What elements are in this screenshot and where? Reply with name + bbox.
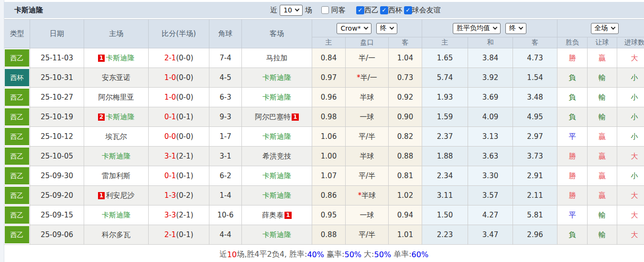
league-checkbox-1[interactable] bbox=[380, 6, 388, 14]
match-score: 2-1(0-0) bbox=[149, 48, 209, 68]
summary-segment-9: 60% bbox=[412, 250, 429, 259]
team-name: 阿尔梅里亚 bbox=[98, 93, 134, 102]
fulltime-score: 2-1 bbox=[164, 230, 176, 239]
match-history-panel: 卡斯迪隆 近 10 场 同客 西乙西杯球会友谊 类型 日期 bbox=[0, 0, 644, 262]
avg-away: 3.73 bbox=[513, 147, 557, 166]
match-type-cell: 西乙 bbox=[4, 127, 30, 147]
halftime-score: (2-1) bbox=[176, 152, 193, 160]
match-type-cell: 西乙 bbox=[4, 166, 30, 186]
team-name: 卡斯迪隆 bbox=[262, 171, 291, 180]
league-label-2: 球会友谊 bbox=[412, 6, 441, 15]
team-name: 阿尔巴塞特 bbox=[255, 113, 291, 121]
fulltime-score: 3-1 bbox=[164, 152, 176, 160]
avg-draw: 3.57 bbox=[468, 186, 513, 205]
handicap-text: 平/半 bbox=[359, 171, 375, 180]
odds-company-select[interactable]: Crow* bbox=[337, 23, 371, 34]
halftime-score: (0-1) bbox=[176, 230, 193, 239]
league-checkbox-2[interactable] bbox=[404, 6, 412, 14]
match-type-badge: 西乙 bbox=[5, 128, 30, 145]
match-type-cell: 西乙 bbox=[4, 186, 30, 205]
result-handicap: 輸 bbox=[588, 68, 617, 88]
team-name: 埃瓦尔 bbox=[106, 132, 127, 141]
avg-period-select[interactable]: 终 bbox=[505, 23, 526, 34]
result-handicap: 贏 bbox=[588, 186, 617, 205]
avg-type-select[interactable]: 胜平负均值 bbox=[453, 23, 501, 34]
team-name: 安东亚诺 bbox=[102, 73, 131, 82]
match-type-cell: 西乙 bbox=[4, 88, 30, 107]
same-opponent-checkbox[interactable] bbox=[321, 6, 329, 14]
odds-away: 0.82 bbox=[389, 127, 422, 147]
away-team-cell: 阿尔巴塞特1 bbox=[242, 107, 312, 127]
match-score: 3-1(2-1) bbox=[149, 147, 209, 166]
halftime-score: (0-0) bbox=[176, 132, 193, 141]
corner-count: 3-1 bbox=[209, 147, 242, 166]
home-team-cell: 卡斯迪隆 bbox=[84, 147, 149, 166]
home-team-cell: 1卡斯迪隆 bbox=[84, 48, 149, 68]
handicap-text: 半球 bbox=[361, 191, 376, 200]
recent-count-value: 10 bbox=[284, 6, 292, 14]
avg-away: 2.91 bbox=[513, 166, 557, 186]
handicap-line: 半球 bbox=[346, 147, 389, 166]
avg-away: 2.97 bbox=[513, 127, 557, 147]
match-type-badge: 西杯 bbox=[5, 69, 30, 86]
halftime-score: (2-1) bbox=[176, 211, 193, 219]
summary-segment-5: 50% bbox=[344, 250, 361, 259]
chevron-down-icon bbox=[493, 25, 498, 30]
result-wdl: 平 bbox=[557, 127, 588, 147]
col-header-corners: 角球 bbox=[209, 20, 242, 48]
odds-away: 0.94 bbox=[389, 205, 422, 225]
avg-home: 1.59 bbox=[422, 107, 468, 127]
result-handicap: 贏 bbox=[588, 48, 617, 68]
odds-away: 0.73 bbox=[389, 68, 422, 88]
rank-badge: 1 bbox=[98, 192, 105, 199]
handicap-text: 半/一 bbox=[359, 54, 375, 62]
halftime-score: (0-2) bbox=[176, 191, 193, 200]
rank-badge: 2 bbox=[98, 114, 105, 121]
odds-company-value: Crow* bbox=[340, 24, 360, 32]
team-name: 卡斯迪隆 bbox=[262, 191, 291, 200]
match-type-cell: 西乙 bbox=[4, 205, 30, 225]
match-type-badge: 西乙 bbox=[5, 49, 30, 67]
avg-away: 2.96 bbox=[513, 225, 557, 245]
summary-segment-8: 单率: bbox=[391, 250, 411, 260]
team-name: 利安尼沙 bbox=[106, 191, 134, 200]
scope-select[interactable]: 全场 bbox=[591, 23, 619, 34]
match-score: 3-3(2-1) bbox=[149, 205, 209, 225]
col-header-home: 主场 bbox=[84, 20, 149, 48]
corner-count: 6-2 bbox=[209, 166, 242, 186]
sub-header-result-wdl: 胜负 bbox=[557, 37, 588, 48]
avg-home: 2.23 bbox=[422, 225, 468, 245]
handicap-text: 平/半 bbox=[359, 230, 375, 239]
team-name: 卡斯迪隆 bbox=[262, 230, 291, 239]
recent-count-select[interactable]: 10 bbox=[280, 5, 303, 16]
summary-segment-2: 场,胜4平2负4, 胜率: bbox=[237, 250, 307, 260]
match-date: 25-11-03 bbox=[30, 48, 84, 68]
odds-home: 1.06 bbox=[312, 127, 346, 147]
match-row: 西杯25-10-31安东亚诺1-0(0-0)4-5卡斯迪隆0.97*半/一0.7… bbox=[4, 68, 644, 88]
league-checkbox-0[interactable] bbox=[356, 6, 364, 14]
result-wdl: 勝 bbox=[557, 147, 588, 166]
match-date: 25-10-27 bbox=[30, 88, 84, 107]
match-type-badge: 西乙 bbox=[5, 108, 30, 125]
chevron-down-icon bbox=[295, 7, 299, 11]
odds-away: 0.88 bbox=[389, 147, 422, 166]
team-name: 雷加利斯 bbox=[102, 171, 131, 180]
match-type-badge: 西乙 bbox=[5, 206, 30, 224]
match-type-badge: 西乙 bbox=[5, 226, 30, 243]
result-wdl: 勝 bbox=[557, 186, 588, 205]
match-type-badge: 西乙 bbox=[5, 167, 30, 184]
handicap-text: 半球 bbox=[360, 152, 374, 160]
handicap-line: 半球 bbox=[346, 88, 389, 107]
result-group-header: 全场 bbox=[557, 20, 644, 37]
avg-draw: 3.63 bbox=[468, 147, 513, 166]
odds-period-select[interactable]: 终 bbox=[376, 23, 397, 34]
home-team-cell: 雷加利斯 bbox=[84, 166, 149, 186]
avg-away: 5.81 bbox=[513, 205, 557, 225]
corner-count: 4-4 bbox=[209, 225, 242, 245]
col-header-away: 客场 bbox=[242, 20, 312, 48]
team-name: 薛奥泰 bbox=[262, 211, 284, 219]
rank-badge: 1 bbox=[98, 55, 105, 62]
avg-draw: 3.84 bbox=[468, 48, 513, 68]
odds-away: 1.02 bbox=[389, 186, 422, 205]
team-name: 卡斯迪隆 bbox=[106, 113, 134, 121]
